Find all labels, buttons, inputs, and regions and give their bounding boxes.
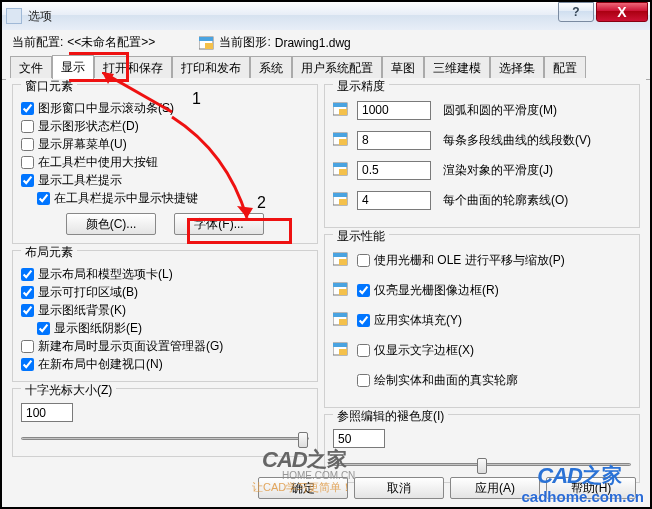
tab-files[interactable]: 文件 bbox=[10, 56, 52, 80]
lbl-tooltips: 显示工具栏提示 bbox=[38, 172, 122, 189]
lbl-silhouette: 绘制实体和曲面的真实轮廓 bbox=[374, 372, 518, 389]
ok-button[interactable]: 确定 bbox=[258, 477, 348, 499]
legend-crosshair: 十字光标大小(Z) bbox=[21, 382, 116, 399]
svg-rect-4 bbox=[333, 103, 347, 107]
svg-rect-13 bbox=[333, 193, 347, 197]
chk-layouttabs[interactable] bbox=[21, 268, 34, 281]
dwg-icon bbox=[333, 131, 351, 149]
sysmenu-icon[interactable] bbox=[6, 8, 22, 24]
fonts-button[interactable]: 字体(F)... bbox=[174, 213, 264, 235]
lbl-papershadow: 显示图纸阴影(E) bbox=[54, 320, 142, 337]
dwg-icon bbox=[333, 101, 351, 119]
group-performance: 显示性能 使用光栅和 OLE 进行平移与缩放(P) 仅亮显光栅图像边框(R) 应… bbox=[324, 234, 640, 408]
drawing-value: Drawing1.dwg bbox=[275, 36, 351, 50]
legend-precision: 显示精度 bbox=[333, 78, 389, 95]
tab-drafting[interactable]: 草图 bbox=[382, 56, 424, 80]
svg-rect-11 bbox=[339, 169, 347, 175]
lbl-raster-ole: 使用光栅和 OLE 进行平移与缩放(P) bbox=[374, 252, 565, 269]
chk-viewport[interactable] bbox=[21, 358, 34, 371]
chk-raster-ole[interactable] bbox=[357, 254, 370, 267]
fade-input[interactable] bbox=[333, 429, 385, 448]
svg-rect-1 bbox=[199, 37, 213, 41]
contour-lines-input[interactable] bbox=[357, 191, 431, 210]
tab-profiles[interactable]: 配置 bbox=[544, 56, 586, 80]
lbl-largebtn: 在工具栏中使用大按钮 bbox=[38, 154, 158, 171]
tab-plot[interactable]: 打印和发布 bbox=[172, 56, 250, 80]
svg-rect-5 bbox=[339, 109, 347, 115]
chk-text-boundary[interactable] bbox=[357, 344, 370, 357]
lbl-paperbg: 显示图纸背景(K) bbox=[38, 302, 126, 319]
svg-rect-23 bbox=[339, 319, 347, 325]
close-button[interactable]: X bbox=[596, 2, 648, 22]
chk-paperbg[interactable] bbox=[21, 304, 34, 317]
group-fade: 参照编辑的褪色度(I) bbox=[324, 414, 640, 483]
render-smoothness-input[interactable] bbox=[357, 161, 431, 180]
lbl-scrollbars: 图形窗口中显示滚动条(S) bbox=[38, 100, 174, 117]
lbl-text-boundary: 仅显示文字边框(X) bbox=[374, 342, 474, 359]
arc-smoothness-label: 圆弧和圆的平滑度(M) bbox=[443, 102, 557, 119]
contour-lines-label: 每个曲面的轮廓素线(O) bbox=[443, 192, 568, 209]
chk-papershadow[interactable] bbox=[37, 322, 50, 335]
help-button[interactable]: ? bbox=[558, 2, 594, 22]
arc-smoothness-input[interactable] bbox=[357, 101, 431, 120]
tab-selection[interactable]: 选择集 bbox=[490, 56, 544, 80]
dwg-icon bbox=[333, 281, 351, 299]
svg-rect-20 bbox=[339, 289, 347, 295]
chk-screenmenu[interactable] bbox=[21, 138, 34, 151]
lbl-screenmenu: 显示屏幕菜单(U) bbox=[38, 136, 127, 153]
group-window-elements: 窗口元素 图形窗口中显示滚动条(S) 显示图形状态栏(D) 显示屏幕菜单(U) … bbox=[12, 84, 318, 244]
legend-fade: 参照编辑的褪色度(I) bbox=[333, 408, 448, 425]
fade-slider[interactable] bbox=[333, 454, 631, 474]
svg-rect-22 bbox=[333, 313, 347, 317]
svg-rect-16 bbox=[333, 253, 347, 257]
crosshair-input[interactable] bbox=[21, 403, 73, 422]
chk-pagesetup[interactable] bbox=[21, 340, 34, 353]
chk-silhouette[interactable] bbox=[357, 374, 370, 387]
render-smoothness-label: 渲染对象的平滑度(J) bbox=[443, 162, 553, 179]
legend-layout: 布局元素 bbox=[21, 244, 77, 261]
legend-window: 窗口元素 bbox=[21, 78, 77, 95]
group-precision: 显示精度 圆弧和圆的平滑度(M) 每条多段线曲线的线段数(V) 渲染对象的平滑度… bbox=[324, 84, 640, 228]
lbl-layouttabs: 显示布局和模型选项卡(L) bbox=[38, 266, 173, 283]
svg-rect-26 bbox=[339, 349, 347, 355]
drawing-label: 当前图形: bbox=[219, 34, 270, 51]
group-crosshair: 十字光标大小(Z) bbox=[12, 388, 318, 457]
dwg-icon bbox=[333, 311, 351, 329]
svg-rect-17 bbox=[339, 259, 347, 265]
chk-tooltips[interactable] bbox=[21, 174, 34, 187]
profile-label: 当前配置: bbox=[12, 34, 63, 51]
profile-value: <<未命名配置>> bbox=[67, 34, 155, 51]
dwg-icon bbox=[199, 35, 215, 51]
chk-printable[interactable] bbox=[21, 286, 34, 299]
cancel-button[interactable]: 取消 bbox=[354, 477, 444, 499]
polyline-segments-label: 每条多段线曲线的线段数(V) bbox=[443, 132, 591, 149]
lbl-shortcuts: 在工具栏提示中显示快捷键 bbox=[54, 190, 198, 207]
chk-largebtn[interactable] bbox=[21, 156, 34, 169]
lbl-printable: 显示可打印区域(B) bbox=[38, 284, 138, 301]
chk-shortcuts[interactable] bbox=[37, 192, 50, 205]
svg-rect-19 bbox=[333, 283, 347, 287]
dwg-icon bbox=[333, 161, 351, 179]
group-layout-elements: 布局元素 显示布局和模型选项卡(L) 显示可打印区域(B) 显示图纸背景(K) … bbox=[12, 250, 318, 382]
help-button[interactable]: 帮助(H) bbox=[546, 477, 636, 499]
tab-3dmodeling[interactable]: 三维建模 bbox=[424, 56, 490, 80]
chk-solid-fill[interactable] bbox=[357, 314, 370, 327]
tabs: 文件 显示 打开和保存 打印和发布 系统 用户系统配置 草图 三维建模 选择集 … bbox=[2, 55, 650, 80]
lbl-viewport: 在新布局中创建视口(N) bbox=[38, 356, 163, 373]
tab-display[interactable]: 显示 bbox=[52, 55, 94, 79]
polyline-segments-input[interactable] bbox=[357, 131, 431, 150]
chk-scrollbars[interactable] bbox=[21, 102, 34, 115]
apply-button[interactable]: 应用(A) bbox=[450, 477, 540, 499]
svg-rect-25 bbox=[333, 343, 347, 347]
tab-system[interactable]: 系统 bbox=[250, 56, 292, 80]
window-title: 选项 bbox=[28, 8, 52, 25]
chk-raster-frame[interactable] bbox=[357, 284, 370, 297]
chk-statusbar[interactable] bbox=[21, 120, 34, 133]
dwg-icon bbox=[333, 191, 351, 209]
colors-button[interactable]: 颜色(C)... bbox=[66, 213, 156, 235]
dwg-icon bbox=[333, 251, 351, 269]
lbl-solid-fill: 应用实体填充(Y) bbox=[374, 312, 462, 329]
tab-opensave[interactable]: 打开和保存 bbox=[94, 56, 172, 80]
crosshair-slider[interactable] bbox=[21, 428, 309, 448]
tab-userprefs[interactable]: 用户系统配置 bbox=[292, 56, 382, 80]
